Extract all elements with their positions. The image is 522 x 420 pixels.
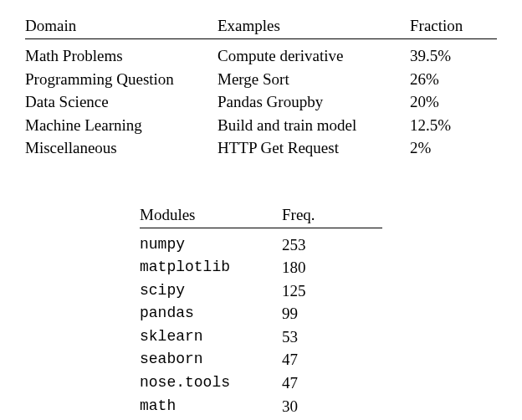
cell-example: Compute derivative [218,44,410,68]
header-fraction: Fraction [410,17,494,35]
cell-fraction: 12.5% [410,114,494,137]
cell-example: Build and train model [218,114,410,137]
cell-freq: 99 [282,302,349,325]
table-row: Machine Learning Build and train model 1… [25,114,497,137]
cell-example: HTTP Get Request [218,136,410,160]
table-row: Math Problems Compute derivative 39.5% [25,44,497,68]
cell-example: Pandas Groupby [218,90,410,114]
table-row: sklearn 53 [140,325,382,349]
table-row: Programming Question Merge Sort 26% [25,68,497,91]
cell-fraction: 20% [410,90,494,114]
cell-freq: 53 [282,325,349,349]
modules-table: Modules Freq. numpy 253 matplotlib 180 s… [140,206,382,417]
cell-freq: 125 [282,279,349,303]
cell-domain: Machine Learning [25,114,218,137]
cell-module: math [140,395,282,418]
cell-fraction: 2% [410,136,494,160]
cell-domain: Miscellaneous [25,136,218,160]
domain-table: Domain Examples Fraction Math Problems C… [25,17,497,160]
header-domain: Domain [25,17,218,35]
table-row: matplotlib 180 [140,256,382,279]
table-row: Miscellaneous HTTP Get Request 2% [25,136,497,160]
table-row: seaborn 47 [140,348,382,371]
cell-domain: Math Problems [25,44,218,68]
cell-fraction: 39.5% [410,44,494,68]
table-row: math 30 [140,395,382,418]
cell-fraction: 26% [410,68,494,91]
cell-module: scipy [140,279,282,303]
cell-module: seaborn [140,348,282,371]
table-row: Data Science Pandas Groupby 20% [25,90,497,114]
cell-freq: 47 [282,348,349,371]
header-examples: Examples [218,17,410,35]
cell-freq: 47 [282,371,349,395]
table-row: nose.tools 47 [140,371,382,395]
cell-freq: 180 [282,256,349,279]
cell-domain: Programming Question [25,68,218,91]
header-modules: Modules [140,206,282,224]
cell-freq: 30 [282,395,349,418]
cell-module: numpy [140,233,282,257]
cell-module: matplotlib [140,256,282,279]
table-header-row: Modules Freq. [140,206,382,228]
table-row: pandas 99 [140,302,382,325]
cell-module: pandas [140,302,282,325]
header-freq: Freq. [282,206,349,224]
table-row: numpy 253 [140,233,382,257]
cell-domain: Data Science [25,90,218,114]
cell-freq: 253 [282,233,349,257]
table-row: scipy 125 [140,279,382,303]
table-header-row: Domain Examples Fraction [25,17,497,39]
cell-example: Merge Sort [218,68,410,91]
cell-module: nose.tools [140,371,282,395]
cell-module: sklearn [140,325,282,349]
